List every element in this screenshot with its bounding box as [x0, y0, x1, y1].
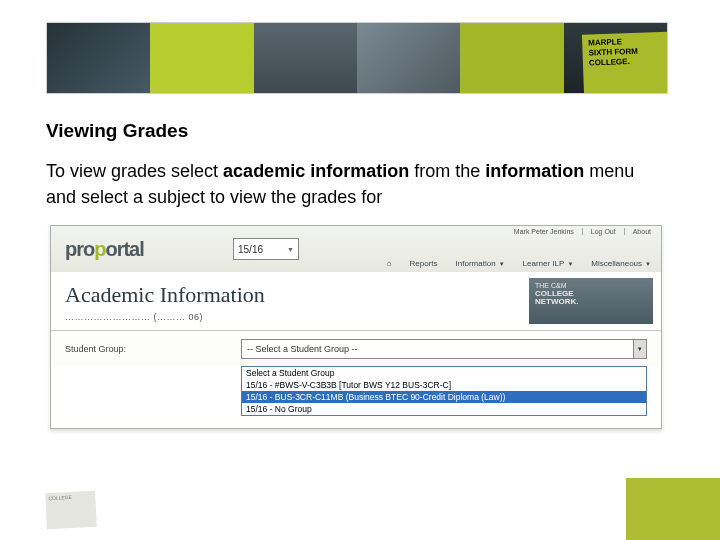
logo-part: pro	[65, 238, 94, 260]
nav-menu: ⌂ Reports Information▼ Learner ILP▼ Misc…	[387, 259, 651, 268]
user-links: Mark Peter Jenkins Log Out About	[514, 228, 651, 235]
select-option[interactable]: 15/16 - #BWS-V-C3B3B [Tutor BWS Y12 BUS-…	[242, 379, 646, 391]
select-value: -- Select a Student Group --	[247, 344, 358, 354]
student-group-select[interactable]: -- Select a Student Group -- ▾	[241, 339, 647, 359]
user-name: Mark Peter Jenkins	[514, 228, 574, 235]
nav-home[interactable]: ⌂	[387, 259, 392, 268]
nav-learner-ilp[interactable]: Learner ILP▼	[523, 259, 574, 268]
chevron-down-icon: ▾	[633, 340, 646, 358]
app-header: proportal 15/16 ▼ Mark Peter Jenkins Log…	[51, 226, 661, 272]
select-option[interactable]: Select a Student Group	[242, 367, 646, 379]
select-option-highlighted[interactable]: 15/16 - BUS-3CR-C11MB (Business BTEC 90-…	[242, 391, 646, 403]
brand-line: COLLEGE.	[589, 56, 668, 69]
nav-label: Information	[456, 259, 496, 268]
banner-image	[47, 23, 150, 93]
about-link[interactable]: About	[624, 228, 651, 235]
student-group-row: Student Group: -- Select a Student Group…	[51, 330, 661, 367]
chevron-down-icon: ▼	[645, 261, 651, 267]
page-title-area: Academic Information THE C&M COLLEGE NET…	[51, 272, 661, 312]
nav-information[interactable]: Information▼	[456, 259, 505, 268]
banner-image	[460, 23, 563, 93]
nav-miscellaneous[interactable]: Miscellaneous▼	[591, 259, 651, 268]
select-option[interactable]: 15/16 - No Group	[242, 403, 646, 415]
year-value: 15/16	[238, 244, 263, 255]
instruction-text: To view grades select academic informati…	[46, 158, 666, 210]
nav-reports[interactable]: Reports	[410, 259, 438, 268]
bold-text: information	[485, 161, 584, 181]
banner-image	[357, 23, 460, 93]
nav-label: Miscellaneous	[591, 259, 642, 268]
chevron-down-icon: ▼	[567, 261, 573, 267]
proportal-logo: proportal	[65, 238, 144, 261]
footer-accent	[626, 478, 720, 540]
year-select[interactable]: 15/16 ▼	[233, 238, 299, 260]
app-screenshot: proportal 15/16 ▼ Mark Peter Jenkins Log…	[50, 225, 662, 429]
banner-image	[150, 23, 253, 93]
chevron-down-icon: ▼	[499, 261, 505, 267]
text: To view grades select	[46, 161, 223, 181]
nav-label: Learner ILP	[523, 259, 565, 268]
logout-link[interactable]: Log Out	[582, 228, 616, 235]
home-icon: ⌂	[387, 259, 392, 268]
nav-label: Reports	[410, 259, 438, 268]
section-heading: Viewing Grades	[46, 120, 188, 142]
network-badge: THE C&M COLLEGE NETWORK.	[529, 278, 653, 324]
logo-part: ortal	[105, 238, 143, 260]
college-brand: MARPLE SIXTH FORM COLLEGE.	[582, 31, 668, 94]
student-group-listbox[interactable]: Select a Student Group 15/16 - #BWS-V-C3…	[241, 366, 647, 416]
chevron-down-icon: ▼	[287, 246, 294, 253]
logo-part: p	[94, 238, 105, 260]
banner-image	[254, 23, 357, 93]
bold-text: academic information	[223, 161, 409, 181]
footer-logo: COLLEGE	[45, 491, 97, 530]
text: from the	[409, 161, 485, 181]
network-line: NETWORK.	[535, 298, 647, 306]
student-group-label: Student Group:	[65, 344, 241, 354]
header-banner: MARPLE SIXTH FORM COLLEGE.	[46, 22, 668, 94]
